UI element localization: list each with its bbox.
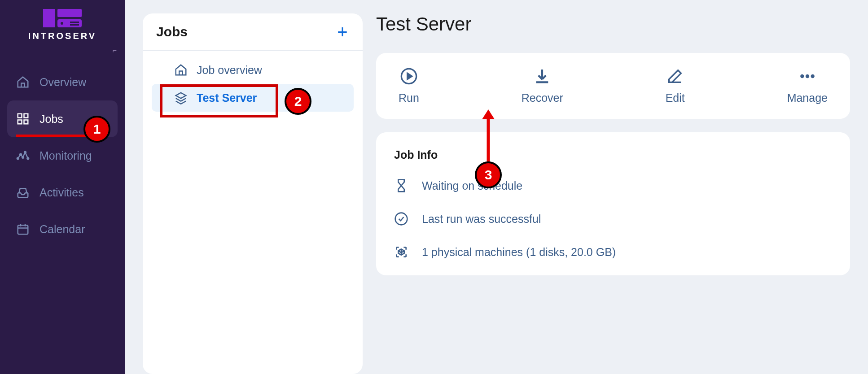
job-item-overview[interactable]: Job overview: [152, 56, 354, 84]
activity-icon: [16, 149, 30, 162]
svg-point-19: [811, 74, 814, 78]
svg-marker-21: [482, 109, 495, 119]
nav-calendar[interactable]: Calendar: [7, 211, 118, 248]
nav-label: Monitoring: [39, 149, 92, 162]
run-button[interactable]: Run: [399, 67, 419, 104]
callout-badge-3: 3: [475, 161, 502, 188]
job-info-text: 1 physical machines (1 disks, 20.0 GB): [422, 246, 616, 259]
svg-point-14: [27, 157, 29, 159]
hourglass-icon: [394, 178, 408, 193]
job-info-text: Last run was successful: [422, 213, 541, 226]
svg-rect-9: [24, 120, 28, 124]
inbox-icon: [16, 186, 30, 199]
more-icon: [798, 67, 816, 85]
svg-rect-4: [70, 24, 79, 26]
sidebar: INTROSERV ⌐ Overview Jobs Monitoring Act…: [0, 0, 125, 374]
box-icon: [394, 245, 408, 259]
action-label: Run: [399, 91, 419, 104]
page-title: Test Server: [376, 13, 850, 35]
job-info-machines: 1 physical machines (1 disks, 20.0 GB): [394, 245, 832, 259]
jobs-title: Jobs: [156, 24, 188, 39]
svg-rect-1: [57, 9, 82, 17]
nav-monitoring[interactable]: Monitoring: [7, 137, 118, 174]
arrow-annotation: [479, 109, 497, 163]
svg-point-22: [395, 213, 408, 225]
home-icon: [16, 75, 30, 89]
svg-point-13: [24, 152, 26, 153]
check-circle-icon: [394, 212, 408, 226]
brand-name: INTROSERV: [28, 31, 96, 41]
calendar-icon: [16, 222, 30, 236]
callout-badge-1: 1: [83, 116, 110, 143]
nav-label: Calendar: [39, 223, 85, 236]
edit-icon: [666, 67, 684, 85]
job-info-status: Waiting on schedule: [394, 178, 832, 193]
play-icon: [400, 67, 418, 85]
svg-point-5: [61, 22, 63, 25]
download-icon: [533, 67, 551, 85]
action-bar: Run Recover Edit Manage: [376, 53, 850, 119]
nav-activities[interactable]: Activities: [7, 174, 118, 211]
nav-label: Overview: [39, 76, 86, 89]
logo-icon: [42, 8, 83, 28]
nav-label: Jobs: [39, 113, 63, 126]
svg-rect-7: [24, 114, 28, 118]
job-info-panel: Job Info Waiting on schedule Last run wa…: [376, 132, 850, 275]
manage-button[interactable]: Manage: [787, 67, 828, 104]
jobs-header: Jobs +: [143, 24, 363, 51]
job-info-text: Waiting on schedule: [422, 179, 522, 192]
sidebar-collapse-icon[interactable]: ⌐: [113, 47, 117, 55]
job-item-label: Job overview: [197, 64, 262, 77]
svg-point-12: [22, 157, 24, 158]
callout-badge-2: 2: [285, 88, 311, 115]
svg-point-17: [800, 74, 804, 78]
job-info-lastrun: Last run was successful: [394, 212, 832, 226]
action-label: Edit: [666, 91, 685, 104]
svg-rect-3: [70, 22, 79, 23]
svg-rect-8: [18, 120, 22, 124]
svg-point-18: [806, 74, 809, 78]
content-area: Jobs + Job overview Test Server 2 Test S…: [125, 0, 868, 374]
svg-rect-0: [43, 9, 55, 27]
nav-label: Activities: [39, 186, 84, 199]
svg-rect-6: [18, 114, 22, 118]
main-column: Test Server Run Recover Edit Manage: [376, 13, 850, 374]
svg-point-10: [17, 157, 19, 159]
nav-list: Overview Jobs Monitoring Activities Cale…: [0, 64, 125, 248]
action-label: Recover: [522, 91, 563, 104]
home-icon: [174, 63, 188, 77]
add-job-button[interactable]: +: [336, 25, 349, 39]
action-label: Manage: [787, 91, 828, 104]
svg-rect-15: [18, 225, 28, 234]
jobs-panel: Jobs + Job overview Test Server 2: [143, 13, 363, 374]
job-info-title: Job Info: [394, 148, 832, 161]
nav-overview[interactable]: Overview: [7, 64, 118, 100]
recover-button[interactable]: Recover: [522, 67, 563, 104]
highlight-box-2: [160, 84, 278, 117]
svg-point-11: [20, 154, 22, 156]
brand-logo: INTROSERV: [0, 8, 125, 41]
grid-icon: [16, 112, 30, 126]
edit-button[interactable]: Edit: [666, 67, 685, 104]
